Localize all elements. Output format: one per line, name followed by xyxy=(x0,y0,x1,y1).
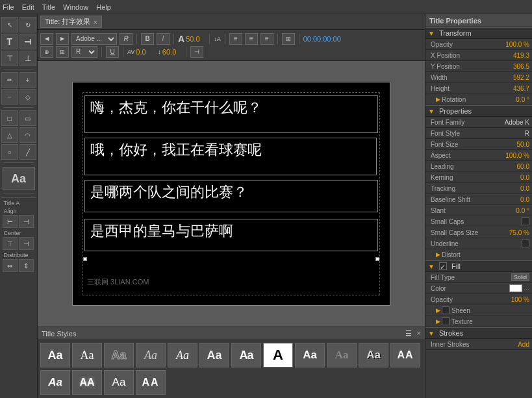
style-item-1[interactable]: Aa xyxy=(72,343,102,367)
nudge-right[interactable]: ▶ xyxy=(56,33,69,45)
distribute-h[interactable]: ⇔ xyxy=(3,259,18,272)
center-v[interactable]: ⊣ xyxy=(19,237,34,250)
title-tab[interactable]: Title: 打字效果 × xyxy=(40,16,102,28)
line-tool[interactable]: ╱ xyxy=(19,144,36,160)
style-item-11[interactable]: AA xyxy=(390,343,420,367)
properties-section-header[interactable]: ▼ Properties xyxy=(425,105,532,117)
style-item-10[interactable]: Aa xyxy=(359,343,388,367)
rotation-value[interactable]: 0.0 ° xyxy=(500,96,529,103)
grid-btn[interactable]: ⊞ xyxy=(56,46,69,58)
menu-title[interactable]: Title xyxy=(42,3,55,11)
menu-file[interactable]: File xyxy=(3,3,14,11)
style-item-5[interactable]: Aa xyxy=(199,343,229,367)
slant-value[interactable]: 0.0 ° xyxy=(500,207,529,214)
title-tab-close[interactable]: × xyxy=(94,18,97,26)
align-center[interactable]: ⊣ xyxy=(19,215,34,228)
canvas[interactable]: 嗨，杰克，你在干什么呢？ 哦，你好，我正在看球赛呢 是哪两个队之间的比赛？ 是西… xyxy=(72,82,390,306)
rectangle-tool[interactable]: □ xyxy=(1,110,18,126)
tracking-value[interactable]: 0.0 xyxy=(500,185,529,192)
rounded-rect-tool[interactable]: ▭ xyxy=(19,110,36,126)
width-value[interactable]: 592.2 xyxy=(500,74,529,81)
align-left-btn[interactable]: ≡ xyxy=(229,33,242,45)
y-position-value[interactable]: 306.5 xyxy=(500,63,529,70)
align-left[interactable]: ⊢ xyxy=(3,215,18,228)
style-item-9[interactable]: Aa xyxy=(327,343,357,367)
fill-color-ellipsis[interactable]: … xyxy=(524,285,529,292)
font-style-select[interactable]: R xyxy=(71,46,97,58)
texture-checkbox[interactable] xyxy=(442,317,450,325)
text-tool[interactable]: T xyxy=(1,34,18,49)
menu-window[interactable]: Window xyxy=(63,3,88,11)
menu-help[interactable]: Help xyxy=(96,3,111,11)
style-item-8[interactable]: Aa xyxy=(295,343,325,367)
rotate-tool[interactable]: ↻ xyxy=(19,17,36,32)
style-item-12[interactable]: Aa xyxy=(40,370,70,395)
small-caps-checkbox[interactable] xyxy=(522,218,529,225)
fill-checkbox[interactable]: ✓ xyxy=(439,262,447,270)
distribute-v[interactable]: ⇕ xyxy=(19,259,34,272)
text-block-2[interactable]: 哦，你好，我正在看球赛呢 xyxy=(84,138,377,175)
title-aa-button[interactable]: Aa xyxy=(3,167,35,190)
text-block-4[interactable]: 是西甲的皇马与巴萨啊 xyxy=(84,219,378,251)
bold-btn[interactable]: B xyxy=(141,33,154,45)
height-value[interactable]: 436.7 xyxy=(500,85,529,92)
strokes-section-header[interactable]: ▼ Strokes xyxy=(425,327,532,339)
baseline-shift-value[interactable]: 0.0 xyxy=(500,196,529,203)
snap-btn[interactable]: ⊕ xyxy=(40,46,53,58)
nudge-left[interactable]: ◀ xyxy=(40,33,53,45)
opacity-value[interactable]: 100.0 % xyxy=(500,41,529,48)
corner-handle-bl[interactable] xyxy=(83,257,87,261)
style-item-4[interactable]: Aa xyxy=(168,343,197,367)
wedge-tool[interactable]: △ xyxy=(1,127,18,143)
style-item-13[interactable]: AA xyxy=(72,370,102,395)
aspect-value[interactable]: 100.0 % xyxy=(500,152,529,159)
underline-checkbox[interactable] xyxy=(522,240,529,247)
style-item-7[interactable]: A xyxy=(263,343,293,367)
pen-tool[interactable]: ✏ xyxy=(1,72,18,88)
style-item-15[interactable]: AA xyxy=(136,370,166,395)
center-h[interactable]: ⊤ xyxy=(3,237,18,250)
italic-btn[interactable]: I xyxy=(157,33,170,45)
inner-strokes-add[interactable]: Add xyxy=(518,341,529,348)
fill-color-swatch[interactable] xyxy=(509,284,522,292)
path-text-tool[interactable]: ⊥ xyxy=(19,51,36,66)
style-item-0[interactable]: Aa xyxy=(40,343,70,367)
align-center-btn[interactable]: ≡ xyxy=(245,33,258,45)
title-styles-menu[interactable]: ☰ xyxy=(405,329,412,338)
menu-edit[interactable]: Edit xyxy=(22,3,34,11)
kerning-value[interactable]: 0.0 xyxy=(500,174,529,181)
transform-section-header[interactable]: ▼ Transform xyxy=(425,27,532,39)
vertical-text-tool[interactable]: T xyxy=(19,34,36,49)
tab-marker-btn[interactable]: ⊣ xyxy=(190,46,203,58)
title-styles-close[interactable]: × xyxy=(417,329,421,338)
area-text-tool[interactable]: ⊤ xyxy=(1,51,18,66)
x-position-value[interactable]: 419.3 xyxy=(500,52,529,59)
style-item-6[interactable]: Aa xyxy=(231,343,261,367)
arc-tool[interactable]: ◠ xyxy=(19,127,36,143)
text-block-1[interactable]: 嗨，杰克，你在干什么呢？ xyxy=(84,95,378,133)
small-caps-size-value[interactable]: 75.0 % xyxy=(500,229,529,236)
style-item-2[interactable]: Aa xyxy=(104,343,134,367)
font-size-value[interactable]: 50.0 xyxy=(500,141,529,148)
corner-handle-br[interactable] xyxy=(375,257,379,261)
font-style-btn[interactable]: R xyxy=(120,33,133,45)
sheen-checkbox[interactable] xyxy=(442,306,450,314)
font-style-value[interactable]: R xyxy=(525,130,529,137)
align-right-btn[interactable]: ≡ xyxy=(260,33,273,45)
font-family-select[interactable]: Adobe ... xyxy=(71,33,117,45)
fill-type-value[interactable]: Solid xyxy=(511,273,529,281)
text-block-3[interactable]: 是哪两个队之间的比赛？ xyxy=(84,180,378,212)
add-anchor-tool[interactable]: + xyxy=(19,72,36,88)
ellipse-tool[interactable]: ○ xyxy=(1,144,18,160)
convert-anchor-tool[interactable]: ◇ xyxy=(19,89,36,105)
fill-opacity-value[interactable]: 100 % xyxy=(500,296,529,303)
delete-anchor-tool[interactable]: − xyxy=(1,89,18,105)
style-item-3[interactable]: Aa xyxy=(136,343,166,367)
tab-stops-btn[interactable]: ⊞ xyxy=(282,33,295,45)
leading-value[interactable]: 60.0 xyxy=(500,163,529,170)
underline-btn[interactable]: U xyxy=(106,46,119,58)
fill-section-header[interactable]: ▼ ✓ Fill xyxy=(425,260,532,272)
select-tool[interactable]: ↖ xyxy=(1,17,18,32)
style-item-14[interactable]: Aa xyxy=(104,370,134,395)
font-family-value[interactable]: Adobe K xyxy=(505,119,529,126)
